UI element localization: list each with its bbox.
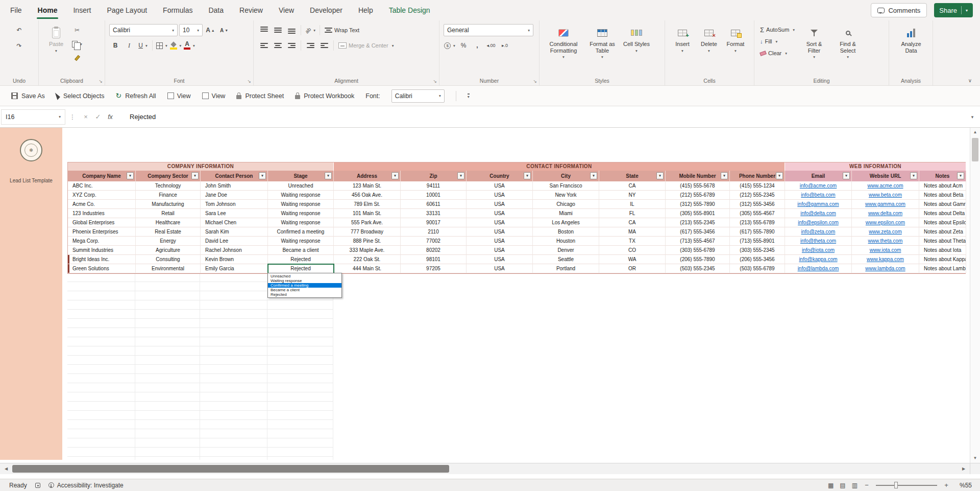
view-checkbox-1[interactable]: View [167,92,191,100]
column-header-country[interactable]: Country▾ [467,171,533,181]
cell[interactable]: Finance [136,191,201,200]
cell-link[interactable]: www.kappa.com [852,255,919,264]
zoom-out-button[interactable]: − [864,481,870,489]
cell[interactable]: Bright Ideas Inc. [68,255,136,264]
column-header-phone-number[interactable]: Phone Number▾ [730,171,785,181]
cell[interactable]: 456 Oak Ave. [334,191,401,200]
cell[interactable]: Technology [136,181,201,191]
cell[interactable]: 2110 [401,227,467,237]
cell-link[interactable]: info@beta.com [785,191,852,200]
cell[interactable]: (303) 555-6789 [666,246,730,255]
cell[interactable]: Sara Lee [201,209,268,218]
cell-link[interactable]: info@iota.com [785,246,852,255]
column-header-state[interactable]: State▾ [599,171,666,181]
filter-button[interactable]: ▾ [590,172,597,179]
filter-button[interactable]: ▾ [391,172,399,179]
scroll-left-arrow[interactable]: ◀ [0,466,12,471]
copy-button[interactable]: ▾ [71,38,83,50]
menu-table-design[interactable]: Table Design [388,0,431,20]
cell-link[interactable]: info@gamma.com [785,200,852,209]
cell[interactable]: (212) 555-2345 [730,191,785,200]
cell[interactable]: 555 Park Ave. [334,218,401,227]
menu-file[interactable]: File [9,0,23,20]
cell[interactable]: Notes about Iota [919,246,966,255]
cell[interactable]: 94111 [401,181,467,191]
cell[interactable]: Waiting response [268,200,334,209]
menu-data[interactable]: Data [207,0,225,20]
number-dialog-launcher-icon[interactable]: ↘ [533,79,537,84]
zoom-slider-thumb[interactable] [894,482,898,488]
menu-help[interactable]: Help [357,0,374,20]
cell[interactable]: 123 Industries [68,209,136,218]
cell[interactable]: Portland [533,264,599,273]
formula-bar-expand-button[interactable]: ▾ [965,114,980,120]
filter-button[interactable]: ▾ [776,172,783,179]
cell[interactable]: (415) 555-5678 [666,181,730,191]
dropdown-option[interactable]: Waiting response [268,278,341,283]
cell[interactable]: (305) 555-8901 [666,209,730,218]
cell[interactable]: David Lee [201,237,268,246]
cell[interactable]: USA [467,227,533,237]
cell[interactable]: USA [467,181,533,191]
find-select-button[interactable]: Find & Select▾ [832,24,864,76]
dropdown-option[interactable]: Confirmed a meeting [268,283,341,288]
column-header-notes[interactable]: Notes▾ [919,171,966,181]
toolbar-overflow-button[interactable]: ▾ [468,93,470,99]
cell-link[interactable]: info@epsilon.com [785,218,852,227]
cell[interactable]: Miami [533,209,599,218]
align-bottom-button[interactable] [285,24,298,36]
cell[interactable]: Agriculture [136,246,201,255]
cell[interactable]: 77002 [401,237,467,246]
cell[interactable]: Global Enterprises [68,218,136,227]
cell[interactable]: (212) 555-6789 [666,191,730,200]
cell[interactable]: CA [599,181,666,191]
cell[interactable]: (213) 555-6789 [730,218,785,227]
font-size-select[interactable]: 10▾ [179,24,203,36]
view-checkbox-2[interactable]: View [202,92,226,100]
cell[interactable]: USA [467,237,533,246]
cell-link[interactable]: www.beta.com [852,191,919,200]
cell[interactable]: Chicago [533,200,599,209]
refresh-all-button[interactable]: ↻Refresh All [115,92,156,100]
conditional-formatting-button[interactable]: Conditional Formatting▾ [544,24,583,76]
cell[interactable]: Los Angeles [533,218,599,227]
filter-button[interactable]: ▾ [910,172,917,179]
cell[interactable]: Sarah Kim [201,227,268,237]
align-center-button[interactable] [272,39,284,52]
menu-home[interactable]: Home [37,0,59,20]
horizontal-scrollbar[interactable]: ◀ ▶ [0,463,980,474]
cell[interactable]: Summit Industries [68,246,136,255]
font-color-button[interactable]: A▾ [183,39,195,52]
cell[interactable]: 888 Pine St. [334,237,401,246]
page-layout-view-button[interactable]: ▤ [840,482,845,489]
menu-page-layout[interactable]: Page Layout [106,0,148,20]
cell[interactable]: 444 Main St. [334,264,401,273]
cell[interactable]: Phoenix Enterprises [68,227,136,237]
cell[interactable]: Jane Doe [201,191,268,200]
vertical-scroll-thumb[interactable] [972,138,978,161]
cell[interactable]: (503) 555-2345 [666,264,730,273]
cell-link[interactable]: info@zeta.com [785,227,852,237]
format-painter-button[interactable] [71,52,83,64]
cell-styles-button[interactable]: Cell Styles▾ [621,24,652,76]
dropdown-option[interactable]: Unreached [268,274,341,278]
cell[interactable]: USA [467,200,533,209]
zoom-slider[interactable] [876,485,937,486]
cell-link[interactable]: www.lambda.com [852,264,919,273]
cell[interactable]: (713) 555-4567 [666,237,730,246]
cell[interactable]: XYZ Corp. [68,191,136,200]
undo-button[interactable]: ↶ [13,24,26,36]
cell[interactable]: Healthcare [136,218,201,227]
filter-button[interactable]: ▾ [259,172,266,179]
cell-link[interactable]: info@kappa.com [785,255,852,264]
fill-button[interactable]: ↓Fill▾ [758,36,796,47]
cell[interactable]: 123 Main St. [334,181,401,191]
cell-link[interactable]: www.epsilon.com [852,218,919,227]
cell[interactable]: (206) 555-7890 [666,255,730,264]
cell-link[interactable]: www.theta.com [852,237,919,246]
paste-button[interactable]: Paste ▾ [43,24,69,54]
cell[interactable]: IL [599,200,666,209]
cell[interactable]: 10001 [401,191,467,200]
cell[interactable]: (213) 555-2345 [666,218,730,227]
align-right-button[interactable] [285,39,298,52]
